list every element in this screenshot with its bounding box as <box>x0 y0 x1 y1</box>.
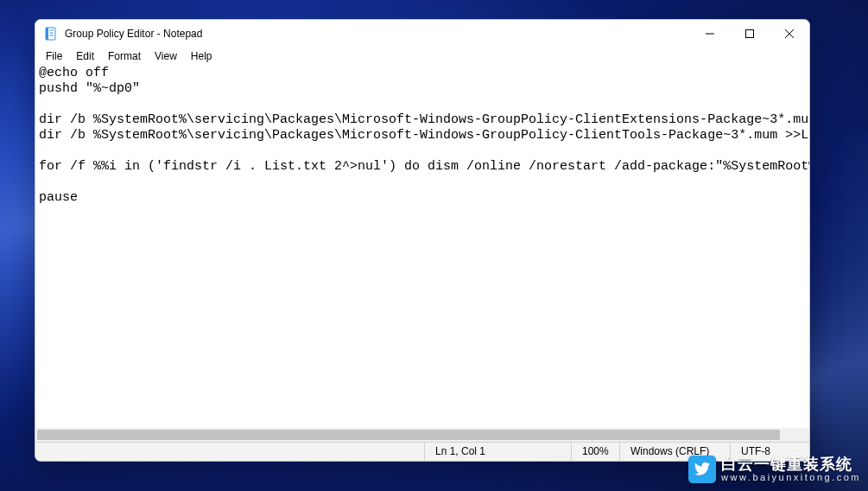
menubar: File Edit Format View Help <box>35 48 809 65</box>
scrollbar-track[interactable] <box>35 428 809 442</box>
svg-rect-1 <box>46 28 48 40</box>
maximize-icon <box>745 29 754 38</box>
scrollbar-thumb[interactable] <box>37 430 780 440</box>
watermark-line1: 白云一键重装系统 <box>721 456 861 473</box>
status-zoom: 100% <box>571 443 619 461</box>
window-title: Group Policy Editor - Notepad <box>65 28 202 40</box>
desktop-background: Group Policy Editor - Notepad File Edit <box>0 0 868 491</box>
maximize-button[interactable] <box>730 20 770 48</box>
editor-area: @echo off pushd "%~dp0" dir /b %SystemRo… <box>35 65 809 442</box>
close-button[interactable] <box>770 20 809 48</box>
status-cursor-position: Ln 1, Col 1 <box>424 443 571 461</box>
titlebar[interactable]: Group Policy Editor - Notepad <box>35 20 809 48</box>
close-icon <box>785 29 794 38</box>
window-controls <box>690 20 809 48</box>
menu-format[interactable]: Format <box>101 49 148 63</box>
watermark-text: 白云一键重装系统 www.baiyunxitong.com <box>721 456 861 482</box>
minimize-button[interactable] <box>690 20 730 48</box>
menu-file[interactable]: File <box>39 49 69 63</box>
watermark-line2: www.baiyunxitong.com <box>721 473 861 483</box>
notepad-icon <box>44 27 58 41</box>
watermark-logo-icon <box>688 456 716 483</box>
menu-help[interactable]: Help <box>184 49 219 63</box>
menu-edit[interactable]: Edit <box>69 49 101 63</box>
statusbar-spacer <box>35 443 424 461</box>
horizontal-scrollbar[interactable] <box>35 428 809 442</box>
watermark: 白云一键重装系统 www.baiyunxitong.com <box>688 453 861 486</box>
text-editor[interactable]: @echo off pushd "%~dp0" dir /b %SystemRo… <box>35 65 809 428</box>
menu-view[interactable]: View <box>148 49 184 63</box>
notepad-window: Group Policy Editor - Notepad File Edit <box>35 19 810 462</box>
minimize-icon <box>706 29 714 38</box>
svg-rect-6 <box>746 30 754 38</box>
